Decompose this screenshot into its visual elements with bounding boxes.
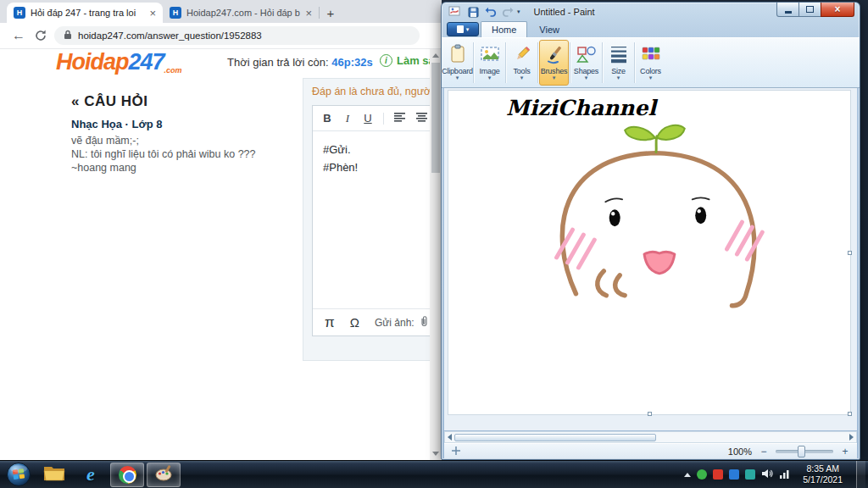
dropdown-arrow-icon: ▾ <box>553 75 556 80</box>
new-tab-button[interactable]: + <box>320 3 342 23</box>
back-icon[interactable]: ← <box>10 29 27 42</box>
ribbon-group-clipboard[interactable]: Clipboard ▾ <box>442 40 472 86</box>
close-button[interactable]: × <box>821 3 854 17</box>
ribbon-group-size[interactable]: Size ▾ <box>604 40 633 86</box>
ribbon-group-image[interactable]: Image ▾ <box>475 40 504 86</box>
canvas-resize-handle-corner[interactable] <box>848 412 852 416</box>
folder-icon <box>43 464 65 485</box>
align-left-icon[interactable] <box>394 112 406 125</box>
tab-view[interactable]: View <box>529 21 570 37</box>
paperclip-icon <box>419 315 430 330</box>
start-button[interactable] <box>5 461 32 488</box>
taskbar-chrome-button[interactable] <box>110 463 144 487</box>
attach-image-button[interactable]: Gửi ảnh: <box>375 315 430 330</box>
scroll-down-icon[interactable] <box>432 452 439 456</box>
tray-app-icon-blue[interactable] <box>729 469 739 480</box>
ribbon-group-tools[interactable]: Tools ▾ <box>507 40 537 86</box>
scroll-up-icon[interactable] <box>432 53 439 58</box>
canvas-resize-handle-right[interactable] <box>848 251 852 255</box>
paint-horizontal-scrollbar[interactable] <box>444 431 857 443</box>
undo-icon[interactable] <box>483 6 498 19</box>
lock-icon <box>64 28 72 43</box>
zoom-in-icon[interactable]: + <box>840 446 850 457</box>
dropdown-arrow-icon: ▾ <box>456 75 459 80</box>
paint-canvas[interactable]: MiziChannel <box>448 90 851 415</box>
refresh-icon[interactable] <box>32 30 49 42</box>
paint-window-title: Untitled - Paint <box>534 7 595 17</box>
maximize-button[interactable] <box>798 3 821 17</box>
site-logo[interactable]: Hoidap247.com <box>56 49 182 75</box>
taskbar-paint-button[interactable] <box>147 463 181 487</box>
redo-icon[interactable] <box>500 6 515 19</box>
minimize-button[interactable] <box>776 3 799 17</box>
question-line: ~hoang mang <box>71 161 256 175</box>
ribbon-group-colors[interactable]: Colors ▾ <box>636 40 665 86</box>
quick-access-toolbar: ▾ <box>466 6 520 19</box>
scrollbar-thumb[interactable] <box>454 434 656 441</box>
group-separator <box>505 42 506 83</box>
canvas-resize-handle-bottom[interactable] <box>648 412 652 416</box>
question-line: NL: tôi nghĩ liệu tôi có phải wibu ko ??… <box>71 147 256 161</box>
tab-home[interactable]: Home <box>481 21 527 37</box>
internet-explorer-icon: e <box>86 465 95 484</box>
zoom-out-icon[interactable]: − <box>759 446 769 457</box>
show-desktop-button[interactable] <box>856 461 865 488</box>
taskbar-clock[interactable]: 8:35 AM 5/17/2021 <box>797 463 849 485</box>
paint-menu-button[interactable]: ▾ <box>447 22 479 36</box>
dropdown-arrow-icon: ▾ <box>520 75 524 80</box>
zoom-slider[interactable] <box>776 450 833 453</box>
taskbar-internet-explorer-button[interactable]: e <box>74 463 108 487</box>
ribbon-group-brushes[interactable]: Brushes ▾ <box>539 40 569 86</box>
browser-tab-strip: H Hỏi đáp 247 - trang tra loi × H Hoidap… <box>0 0 442 23</box>
question-heading: « CÂU HỎI <box>71 93 147 110</box>
paint-icon <box>154 463 173 485</box>
browser-window: H Hỏi đáp 247 - trang tra loi × H Hoidap… <box>0 0 442 460</box>
tab-title: Hoidap247.com - Hỏi đáp bài tậ <box>186 8 300 18</box>
show-hidden-icons-button[interactable] <box>684 473 691 477</box>
question-line: vẽ đậu mầm;-; <box>71 134 256 147</box>
paint-work-area: MiziChannel <box>444 88 857 430</box>
browser-tab-active[interactable]: H Hỏi đáp 247 - trang tra loi × <box>7 3 163 23</box>
tab-favicon: H <box>14 7 25 19</box>
tab-close-icon[interactable]: × <box>149 8 156 19</box>
zoom-slider-thumb[interactable] <box>798 446 805 458</box>
bold-button[interactable]: B <box>322 112 332 125</box>
browser-tab-inactive[interactable]: H Hoidap247.com - Hỏi đáp bài tậ × <box>163 3 319 23</box>
canvas-drawing <box>448 91 850 414</box>
taskbar-explorer-button[interactable] <box>37 463 71 487</box>
scroll-right-icon[interactable] <box>849 434 854 441</box>
align-center-icon[interactable] <box>416 112 428 125</box>
tray-app-icon-teal[interactable] <box>745 469 755 480</box>
toolbar-separator <box>383 113 384 125</box>
browser-scrollbar[interactable] <box>430 49 442 460</box>
tray-app-icon-red[interactable] <box>713 469 723 480</box>
taskbar: e 8:35 AM 5/17/2021 <box>0 460 868 488</box>
group-separator <box>537 42 538 83</box>
math-pi-button[interactable]: π <box>325 314 335 331</box>
line-size-icon <box>609 42 628 66</box>
ribbon: Clipboard ▾ Image ▾ Tools ▾ <box>442 37 860 88</box>
paint-window: ▾ Untitled - Paint × ▾ Home View Clipb <box>441 2 860 460</box>
pencil-icon <box>513 42 531 66</box>
scroll-left-icon[interactable] <box>448 434 452 441</box>
scrollbar-thumb[interactable] <box>431 63 440 173</box>
omega-button[interactable]: Ω <box>350 315 359 330</box>
ribbon-group-shapes[interactable]: Shapes ▾ <box>571 40 601 86</box>
qat-dropdown-icon[interactable]: ▾ <box>517 8 520 15</box>
tray-app-icon-green[interactable] <box>697 469 707 480</box>
volume-icon[interactable] <box>761 467 773 482</box>
underline-button[interactable]: U <box>363 112 373 125</box>
question-subject: Nhạc Họa · Lớp 8 <box>71 118 162 130</box>
shapes-icon <box>576 42 597 66</box>
info-icon: i <box>380 54 392 67</box>
tab-close-icon[interactable]: × <box>305 8 312 19</box>
network-icon[interactable] <box>779 467 791 482</box>
italic-button[interactable]: I <box>342 112 353 125</box>
address-bar[interactable]: hoidap247.com/answer_question/1952883 <box>54 26 420 45</box>
paint-title-bar[interactable]: ▾ Untitled - Paint × <box>442 3 860 19</box>
tab-title: Hỏi đáp 247 - trang tra loi <box>31 8 144 18</box>
group-separator <box>473 42 474 83</box>
zoom-level: 100% <box>728 446 752 457</box>
ribbon-tab-row: ▾ Home View <box>442 19 860 37</box>
save-icon[interactable] <box>466 6 481 19</box>
